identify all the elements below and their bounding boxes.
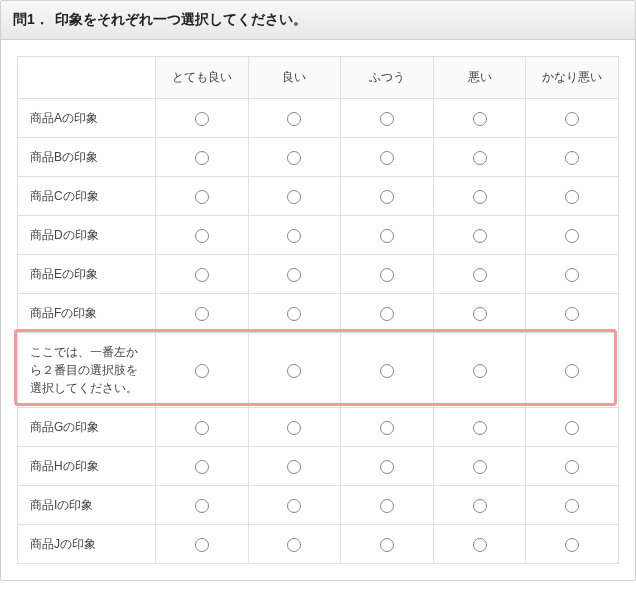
matrix-cell[interactable] (248, 447, 341, 486)
matrix-cell[interactable] (248, 333, 341, 408)
radio-icon[interactable] (195, 364, 209, 378)
matrix-cell[interactable] (248, 525, 341, 564)
matrix-cell[interactable] (433, 486, 526, 525)
matrix-cell[interactable] (248, 99, 341, 138)
radio-icon[interactable] (287, 460, 301, 474)
matrix-cell[interactable] (433, 255, 526, 294)
radio-icon[interactable] (473, 190, 487, 204)
matrix-cell[interactable] (341, 447, 434, 486)
radio-icon[interactable] (473, 460, 487, 474)
radio-icon[interactable] (565, 268, 579, 282)
radio-icon[interactable] (380, 538, 394, 552)
radio-icon[interactable] (473, 421, 487, 435)
radio-icon[interactable] (195, 112, 209, 126)
radio-icon[interactable] (380, 460, 394, 474)
radio-icon[interactable] (195, 460, 209, 474)
radio-icon[interactable] (473, 364, 487, 378)
radio-icon[interactable] (195, 538, 209, 552)
radio-icon[interactable] (380, 364, 394, 378)
matrix-cell[interactable] (341, 525, 434, 564)
matrix-cell[interactable] (526, 408, 619, 447)
matrix-cell[interactable] (341, 408, 434, 447)
matrix-cell[interactable] (341, 486, 434, 525)
radio-icon[interactable] (380, 499, 394, 513)
matrix-cell[interactable] (526, 294, 619, 333)
matrix-cell[interactable] (248, 255, 341, 294)
radio-icon[interactable] (195, 307, 209, 321)
matrix-cell[interactable] (526, 99, 619, 138)
matrix-cell[interactable] (248, 294, 341, 333)
matrix-cell[interactable] (156, 333, 249, 408)
matrix-cell[interactable] (341, 255, 434, 294)
radio-icon[interactable] (565, 499, 579, 513)
matrix-cell[interactable] (526, 138, 619, 177)
radio-icon[interactable] (380, 190, 394, 204)
radio-icon[interactable] (287, 268, 301, 282)
matrix-cell[interactable] (248, 177, 341, 216)
radio-icon[interactable] (473, 112, 487, 126)
radio-icon[interactable] (565, 307, 579, 321)
matrix-cell[interactable] (433, 99, 526, 138)
radio-icon[interactable] (565, 229, 579, 243)
radio-icon[interactable] (565, 364, 579, 378)
matrix-cell[interactable] (341, 177, 434, 216)
radio-icon[interactable] (195, 499, 209, 513)
matrix-cell[interactable] (526, 447, 619, 486)
matrix-cell[interactable] (156, 99, 249, 138)
matrix-cell[interactable] (248, 216, 341, 255)
radio-icon[interactable] (287, 499, 301, 513)
radio-icon[interactable] (380, 229, 394, 243)
radio-icon[interactable] (287, 307, 301, 321)
radio-icon[interactable] (287, 229, 301, 243)
radio-icon[interactable] (195, 268, 209, 282)
matrix-cell[interactable] (341, 333, 434, 408)
matrix-cell[interactable] (341, 294, 434, 333)
matrix-cell[interactable] (526, 255, 619, 294)
matrix-cell[interactable] (156, 408, 249, 447)
matrix-cell[interactable] (433, 177, 526, 216)
radio-icon[interactable] (287, 190, 301, 204)
matrix-cell[interactable] (248, 408, 341, 447)
matrix-cell[interactable] (156, 138, 249, 177)
radio-icon[interactable] (380, 307, 394, 321)
radio-icon[interactable] (380, 421, 394, 435)
matrix-cell[interactable] (156, 255, 249, 294)
radio-icon[interactable] (195, 229, 209, 243)
radio-icon[interactable] (473, 151, 487, 165)
matrix-cell[interactable] (156, 216, 249, 255)
matrix-cell[interactable] (341, 138, 434, 177)
matrix-cell[interactable] (433, 447, 526, 486)
radio-icon[interactable] (380, 268, 394, 282)
matrix-cell[interactable] (156, 447, 249, 486)
matrix-cell[interactable] (526, 525, 619, 564)
matrix-cell[interactable] (433, 408, 526, 447)
matrix-cell[interactable] (433, 525, 526, 564)
matrix-cell[interactable] (526, 333, 619, 408)
matrix-cell[interactable] (248, 486, 341, 525)
matrix-cell[interactable] (156, 525, 249, 564)
matrix-cell[interactable] (433, 294, 526, 333)
radio-icon[interactable] (565, 151, 579, 165)
matrix-cell[interactable] (156, 486, 249, 525)
radio-icon[interactable] (565, 190, 579, 204)
radio-icon[interactable] (287, 151, 301, 165)
radio-icon[interactable] (473, 538, 487, 552)
matrix-cell[interactable] (248, 138, 341, 177)
radio-icon[interactable] (565, 538, 579, 552)
radio-icon[interactable] (473, 499, 487, 513)
radio-icon[interactable] (473, 307, 487, 321)
radio-icon[interactable] (195, 421, 209, 435)
radio-icon[interactable] (380, 151, 394, 165)
matrix-cell[interactable] (433, 216, 526, 255)
radio-icon[interactable] (287, 538, 301, 552)
matrix-cell[interactable] (433, 138, 526, 177)
radio-icon[interactable] (565, 460, 579, 474)
matrix-cell[interactable] (526, 486, 619, 525)
radio-icon[interactable] (380, 112, 394, 126)
matrix-cell[interactable] (341, 99, 434, 138)
radio-icon[interactable] (195, 151, 209, 165)
radio-icon[interactable] (565, 421, 579, 435)
matrix-cell[interactable] (156, 294, 249, 333)
matrix-cell[interactable] (526, 177, 619, 216)
radio-icon[interactable] (195, 190, 209, 204)
